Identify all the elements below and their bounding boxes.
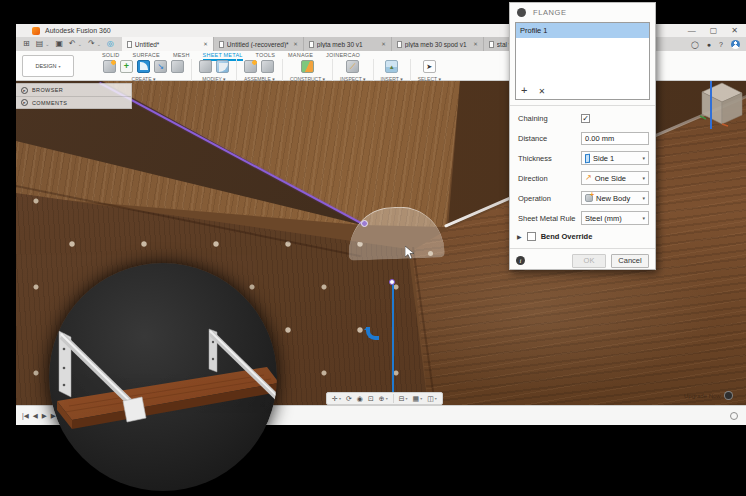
- app-title: Autodesk Fusion 360: [45, 27, 111, 34]
- viewports-icon[interactable]: ◫▾: [427, 395, 437, 402]
- construct-plane-icon[interactable]: [301, 60, 314, 73]
- bend-override-checkbox[interactable]: [527, 232, 536, 241]
- document-icon: [489, 41, 494, 48]
- save-icon[interactable]: ▣: [55, 40, 63, 48]
- new-component-icon[interactable]: [244, 60, 257, 73]
- tab-close-icon[interactable]: ✕: [473, 41, 478, 47]
- select-cursor-icon[interactable]: ➤: [423, 60, 436, 73]
- navigation-toolbar: ✛▾ ⟳ ◉ ⊡ ⊕▾ ⊟▾ ▦▾ ◫▾: [326, 392, 443, 405]
- tool-groups: + ↘ CREATE ▾ MODIFY ▾ ASSEM: [96, 59, 448, 82]
- skip-to-start-icon[interactable]: |◀: [22, 412, 29, 420]
- comments-header[interactable]: ▸ COMMENTS: [16, 96, 131, 108]
- viewcube[interactable]: [692, 81, 746, 129]
- minimize-icon[interactable]: —: [688, 24, 696, 37]
- document-tab[interactable]: plyta meb 30 spod v1 ✕: [392, 37, 484, 51]
- zoom-icon[interactable]: ⊕▾: [379, 395, 388, 402]
- dialog-grip-icon[interactable]: [517, 8, 526, 17]
- close-icon[interactable]: ✕: [731, 24, 738, 37]
- unfold-icon[interactable]: [199, 60, 212, 73]
- toolbar-separator: [393, 394, 394, 403]
- bend-override-row[interactable]: ▶ Bend Override: [510, 228, 655, 244]
- help-icon[interactable]: ?: [719, 41, 723, 48]
- add-selection-icon[interactable]: +: [521, 85, 527, 96]
- redo-icon[interactable]: ↷: [88, 40, 95, 48]
- convert-to-sheet-metal-icon[interactable]: ↘: [154, 60, 167, 73]
- app-menu-icon[interactable]: ⊞: [23, 40, 30, 48]
- tab-close-icon[interactable]: ✕: [293, 41, 298, 47]
- orbit-icon[interactable]: ⟳: [346, 395, 352, 402]
- file-caret-icon: ⌄: [45, 41, 49, 47]
- flange-edge-start-point[interactable]: [389, 279, 395, 285]
- create-sketch-icon[interactable]: +: [120, 60, 133, 73]
- chaining-checkbox[interactable]: ✓: [581, 114, 590, 123]
- zoom-window-icon[interactable]: ⊡: [368, 395, 374, 402]
- new-sheet-metal-component-icon[interactable]: [103, 60, 116, 73]
- joint-icon[interactable]: [261, 60, 274, 73]
- sheet-metal-rule-dropdown[interactable]: Steel (mm) ▾: [581, 211, 649, 225]
- bend-icon[interactable]: [216, 60, 229, 73]
- comments-label: COMMENTS: [32, 100, 67, 106]
- group-create: + ↘ CREATE ▾: [96, 59, 192, 82]
- look-at-icon[interactable]: ◉: [357, 395, 363, 402]
- new-body-icon: [585, 194, 593, 202]
- file-menu-icon[interactable]: ▤: [36, 40, 44, 48]
- workspace-caret-icon: ▾: [59, 64, 61, 69]
- expand-arrow-icon[interactable]: ▶: [517, 233, 522, 240]
- distance-input[interactable]: 0.00 mm: [581, 132, 649, 145]
- ok-button[interactable]: OK: [572, 254, 606, 268]
- document-tab[interactable]: Untitled (-recovered)* ✕: [214, 37, 304, 51]
- thickness-dropdown[interactable]: Side 1 ▾: [581, 151, 649, 165]
- thickness-row: Thickness Side 1 ▾: [510, 148, 655, 168]
- expand-circle-icon[interactable]: ▸: [21, 87, 28, 94]
- operation-dropdown[interactable]: New Body ▾: [581, 191, 649, 205]
- chaining-label: Chaining: [518, 114, 581, 123]
- redo-caret-icon: ⌄: [97, 41, 101, 47]
- workspace-selector[interactable]: DESIGN ▾: [22, 55, 74, 77]
- step-back-icon[interactable]: ◀: [33, 412, 38, 420]
- upgrade-label: Upgrade Now: [684, 393, 721, 399]
- cancel-button[interactable]: Cancel: [611, 254, 649, 268]
- chevron-down-icon: ▾: [642, 175, 645, 181]
- undo-icon[interactable]: ↶: [69, 40, 76, 48]
- document-tab[interactable]: Untitled* ✕: [122, 37, 214, 51]
- window-controls: — ▢ ✕: [688, 24, 738, 37]
- chevron-down-icon: ▾: [642, 155, 645, 161]
- direction-value: One Side: [595, 174, 640, 183]
- upgrade-banner[interactable]: Upgrade Now: [684, 391, 733, 400]
- chevron-down-icon: ▾: [642, 195, 645, 201]
- expand-circle-icon[interactable]: ▸: [21, 99, 28, 106]
- user-avatar[interactable]: [731, 40, 740, 49]
- browser-header[interactable]: ▸ BROWSER: [16, 84, 131, 96]
- browser-label: BROWSER: [32, 87, 63, 93]
- insert-image-icon[interactable]: ▲: [385, 60, 398, 73]
- selection-item[interactable]: Profile 1: [516, 23, 649, 38]
- flange-icon[interactable]: [137, 60, 150, 73]
- account-toolbar: ◯ ● ?: [691, 37, 746, 51]
- display-settings-icon[interactable]: ⊟▾: [399, 395, 408, 402]
- job-status-icon[interactable]: ◯: [691, 41, 699, 48]
- workspace-label: DESIGN: [35, 63, 56, 69]
- remove-selection-icon[interactable]: ✕: [538, 88, 545, 96]
- dialog-header[interactable]: FLANGE: [510, 3, 655, 21]
- pan-icon[interactable]: ✛▾: [332, 395, 341, 402]
- maximize-icon[interactable]: ▢: [710, 24, 718, 37]
- play-icon[interactable]: ▶: [42, 412, 47, 420]
- thicken-icon[interactable]: [171, 60, 184, 73]
- dialog-footer: i OK Cancel: [510, 248, 655, 272]
- selection-list[interactable]: Profile 1 + ✕: [515, 22, 650, 100]
- upgrade-badge-icon: [724, 391, 733, 400]
- tab-label: Untitled*: [135, 41, 200, 48]
- tab-close-icon[interactable]: ✕: [203, 41, 208, 47]
- direction-dropdown[interactable]: ↗ One Side ▾: [581, 171, 649, 185]
- info-icon[interactable]: i: [516, 256, 525, 265]
- operation-label: Operation: [518, 194, 581, 203]
- document-tab[interactable]: plyta meb 30 v1 ✕: [304, 37, 392, 51]
- grid-and-snaps-icon[interactable]: ▦▾: [413, 395, 423, 402]
- timeline-settings-gear-icon[interactable]: [730, 412, 738, 420]
- tab-close-icon[interactable]: ✕: [381, 41, 386, 47]
- extensions-icon[interactable]: ◎: [107, 40, 114, 48]
- notifications-icon[interactable]: ●: [707, 41, 711, 48]
- group-insert: ▲ INSERT ▾: [374, 59, 411, 82]
- measure-icon[interactable]: ⟋: [346, 60, 359, 73]
- flange-edge-line[interactable]: [392, 282, 394, 405]
